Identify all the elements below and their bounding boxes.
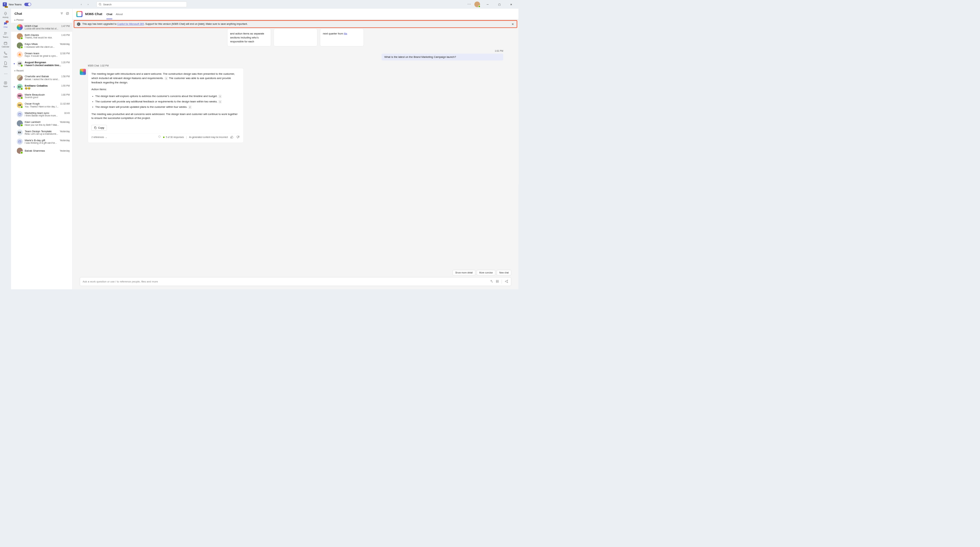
user-message: What is the latest on the Brand Marketin… <box>382 54 503 61</box>
filter-icon[interactable] <box>60 12 63 16</box>
chat-name: Emiliano Ceballos <box>25 84 48 87</box>
references-toggle[interactable]: 2 references ⌄ <box>91 136 107 139</box>
unread-dot-icon <box>14 86 15 87</box>
chat-list-item[interactable]: ABAugust Bergman1:20 PMI haven't checked… <box>11 59 73 68</box>
svg-rect-12 <box>19 140 21 143</box>
chevron-down-icon: ▾ <box>14 19 16 21</box>
file-link[interactable]: file <box>344 32 347 35</box>
chat-list-item[interactable]: Kian LambertYesterdayHave you run this b… <box>11 119 73 128</box>
files-icon <box>3 61 8 65</box>
user-avatar[interactable] <box>474 2 480 7</box>
teams-icon <box>3 31 8 35</box>
maximize-button[interactable]: ▢ <box>495 2 504 7</box>
thumbs-up-button[interactable] <box>230 135 234 139</box>
chat-list-item[interactable]: OKOscar Krogh11:02 AMYou: Thanks! Have a… <box>11 100 73 110</box>
user-message-time: 1:01 PM <box>80 50 503 53</box>
chat-preview: Sounds good <box>25 96 70 99</box>
rail-calendar[interactable]: Calendar <box>1 40 11 49</box>
send-button[interactable] <box>504 279 508 284</box>
chat-list-item[interactable]: ECEmiliano Ceballos1:55 PM😂😂 <box>11 82 73 91</box>
rail-chat[interactable]: Chat 1 <box>1 20 11 29</box>
chat-list-item[interactable]: Marie's B-day giftYesterdayI was thinkin… <box>11 137 73 146</box>
suggestion-card[interactable]: next quarter from file <box>320 29 364 46</box>
banner-close-button[interactable]: ✕ <box>512 22 514 26</box>
tab-about[interactable]: About <box>116 12 123 16</box>
thumbs-down-button[interactable] <box>236 135 240 139</box>
more-icon[interactable]: ⋯ <box>468 2 471 6</box>
search-input[interactable]: Search <box>97 2 187 7</box>
forward-button[interactable]: › <box>86 2 91 7</box>
svg-rect-10 <box>19 113 21 115</box>
ai-disclaimer: AI-generated content may be incorrect <box>189 136 228 139</box>
minimize-button[interactable]: ─ <box>484 2 492 7</box>
new-teams-toggle[interactable] <box>24 3 31 6</box>
chat-avatar: MB <box>17 93 23 99</box>
rail-more[interactable]: ⋯ <box>1 70 11 79</box>
chat-time: 10:43 <box>64 112 70 114</box>
recent-section[interactable]: ▾Recent <box>11 68 73 73</box>
chat-preview: Babak: I asked the client to send... <box>25 78 70 80</box>
chat-list-item[interactable]: Marketing team sync10:43I think Babak mi… <box>11 110 73 119</box>
chat-name: August Bergman <box>25 61 46 64</box>
chip-more-concise[interactable]: More concise <box>477 270 495 275</box>
bot-meta: M365 Chat 1:02 PM <box>88 64 511 67</box>
chat-time: Yesterday <box>60 139 70 142</box>
chat-preview: I haven't checked available time... <box>25 64 70 67</box>
sidebar-title: Chat <box>14 12 22 16</box>
rail-teams[interactable]: Teams <box>1 30 11 39</box>
reference-badge[interactable]: 2 <box>189 106 191 108</box>
search-placeholder: Search <box>103 3 111 6</box>
reference-badge[interactable]: 1 <box>218 95 221 98</box>
chat-list-item[interactable]: MBMarie Beaudouin1:00 PMSounds good <box>11 91 73 100</box>
chat-avatar <box>17 42 23 48</box>
suggestion-card[interactable]: and action items as separate sections in… <box>228 29 271 46</box>
pinned-section[interactable]: ▾Pinned <box>11 18 73 22</box>
copy-button[interactable]: Copy <box>91 125 107 131</box>
apps-icon <box>3 81 8 85</box>
chat-list-item[interactable]: EKTeam Design TemplateYesterdayReta: Let… <box>11 128 73 137</box>
reference-badge[interactable]: 1 <box>219 100 222 103</box>
composer-input[interactable] <box>83 280 487 283</box>
compose-icon[interactable] <box>66 12 69 16</box>
chat-name: Charlotte and Babak <box>25 75 49 78</box>
chat-list-item[interactable]: Beth Davies1:43 PMThanks, that would be … <box>11 32 73 41</box>
chat-avatar: OK <box>17 102 23 108</box>
rail-activity[interactable]: Activity <box>1 10 11 19</box>
copilot-link[interactable]: Copilot for Microsoft 365 <box>117 22 144 26</box>
chip-new-chat[interactable]: New chat <box>497 270 511 275</box>
chat-name: Beth Davies <box>25 33 39 36</box>
chat-time: Yesterday <box>60 121 70 123</box>
titlebar: T New Teams ‹ › Search ⋯ ─ ▢ ✕ <box>0 0 519 9</box>
back-button[interactable]: ‹ <box>79 2 84 7</box>
apps-grid-icon[interactable] <box>496 280 500 284</box>
svg-rect-17 <box>496 281 497 282</box>
svg-rect-9 <box>67 12 68 14</box>
chat-avatar <box>17 120 23 126</box>
chat-name: Babak Shammas <box>25 149 45 152</box>
chat-header: M365 Chat Chat About <box>73 9 519 19</box>
rail-apps[interactable]: Apps <box>1 80 11 88</box>
reference-badge[interactable]: 1 <box>164 77 167 80</box>
copilot-avatar-icon <box>80 69 86 75</box>
app-name: New Teams <box>9 3 22 6</box>
presence-icon <box>478 5 480 8</box>
upgrade-banner: i This app has been upgraded to Copilot … <box>74 20 517 28</box>
chat-list-item[interactable]: M365 Chat1:47 PMLouisa will send the ini… <box>11 22 73 32</box>
close-window-button[interactable]: ✕ <box>507 2 515 7</box>
suggestion-card[interactable] <box>274 29 318 46</box>
chip-show-more-detail[interactable]: Show more detail <box>453 270 475 275</box>
chat-name: M365 Chat <box>25 24 38 27</box>
separator <box>502 280 502 284</box>
tab-chat[interactable]: Chat <box>107 12 112 16</box>
rail-calls[interactable]: Calls <box>1 50 11 59</box>
chat-list-item[interactable]: Charlotte and Babak1:58 PMBabak: I asked… <box>11 73 73 82</box>
sparkle-icon[interactable] <box>490 280 493 284</box>
chat-preview: Have you run this by Beth? Mak... <box>25 124 70 126</box>
chat-list-item[interactable]: Babak ShammasYesterday <box>11 146 73 155</box>
svg-rect-18 <box>498 281 498 282</box>
rail-files[interactable]: Files <box>1 60 11 69</box>
info-icon: i <box>77 22 81 26</box>
teams-logo-icon: T <box>3 2 7 6</box>
chat-list-item[interactable]: Kayo MiwaYesterdayI reviewed with the cl… <box>11 41 73 50</box>
chat-list-item[interactable]: 🔥Dream team12:00 PMKayo: It would be gre… <box>11 50 73 59</box>
